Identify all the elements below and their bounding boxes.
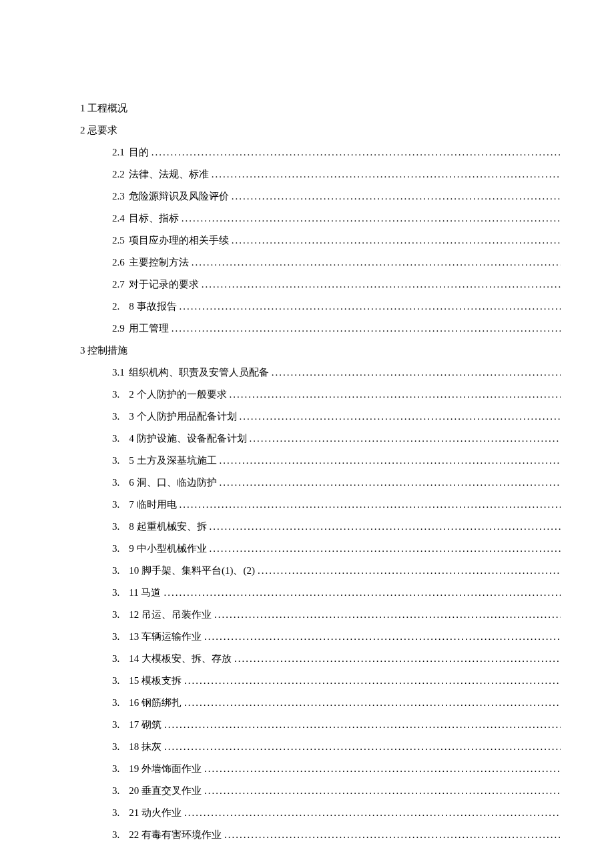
toc-entry-title: 8 起重机械安、拆 (129, 518, 206, 536)
toc-entry-number: 3. (112, 474, 129, 492)
toc-entry: 3.11 马道 (112, 584, 561, 602)
toc-entry: 2.3危险源辩识及风险评价 (112, 187, 561, 205)
toc-leader-dots (269, 364, 561, 382)
toc-entry: 3.17 砌筑 (112, 716, 561, 734)
toc-entry: 3.3 个人防护用品配备计划 (112, 408, 561, 426)
toc-leader-dots (177, 496, 561, 514)
toc-leader-dots (212, 606, 561, 624)
toc-entry: 3.8 起重机械安、拆 (112, 518, 561, 536)
toc-entry: 3.5 土方及深基坑施工 (112, 452, 561, 470)
toc-entry-number: 3. (112, 716, 129, 734)
toc-entry: 3.9 中小型机械作业 (112, 540, 561, 558)
toc-leader-dots (237, 408, 561, 426)
toc-entry-title: 11 马道 (129, 584, 161, 602)
toc-entry: 3.2 个人防护的一般要求 (112, 386, 561, 404)
toc-entry-title: 10 脚手架、集料平台(1)、(2) (129, 562, 255, 580)
toc-leader-dots (202, 628, 561, 646)
toc-entry: 2.4目标、指标 (112, 209, 561, 228)
toc-entry-title: 6 洞、口、临边防护 (129, 474, 216, 492)
toc-entry-title: 组织机构、职责及安管人员配备 (129, 364, 269, 382)
toc-entry: 2.2法律、法规、标准 (112, 165, 561, 183)
toc-entry-title: 用工管理 (129, 320, 169, 338)
toc-entry-number: 3. (112, 672, 129, 690)
toc-entry-title: 8 事故报告 (129, 298, 176, 316)
toc-entry-title: 目标、指标 (129, 209, 179, 228)
toc-entry-number: 3. (112, 584, 129, 602)
toc-entry-title: 项目应办理的相关手续 (129, 232, 229, 250)
toc-entry: 2.7对于记录的要求 (112, 276, 561, 294)
toc-entry-title: 法律、法规、标准 (129, 165, 209, 183)
toc-entry-number: 2. (112, 298, 129, 316)
toc-entry-number: 3. (112, 540, 129, 558)
toc-entry: 3.14 大模板安、拆、存放 (112, 650, 561, 668)
toc-leader-dots (202, 760, 561, 778)
toc-entry-title: 20 垂直交叉作业 (129, 782, 202, 800)
toc-entry: 3.10 脚手架、集料平台(1)、(2) (112, 562, 561, 580)
table-of-contents: 1 工程概况2 忌要求2.1目的2.2法律、法规、标准2.3危险源辩识及风险评价… (80, 99, 561, 844)
toc-entry-number: 3. (112, 694, 129, 712)
toc-leader-dots (229, 232, 561, 250)
toc-entry: 3.12 吊运、吊装作业 (112, 606, 561, 624)
toc-entry: 3.20 垂直交叉作业 (112, 782, 561, 800)
toc-entry-title: 22 有毒有害环境作业 (129, 826, 222, 844)
toc-entry: 3.18 抹灰 (112, 738, 561, 756)
toc-entry-number: 3. (112, 496, 129, 514)
toc-entry-number: 3. (112, 650, 129, 668)
toc-entry: 2.1目的 (112, 143, 561, 161)
toc-entry-title: 2 个人防护的一般要求 (129, 386, 226, 404)
toc-entry-number: 2.1 (112, 143, 129, 161)
toc-entry-number: 3. (112, 452, 129, 470)
toc-entry-title: 对于记录的要求 (129, 276, 199, 294)
toc-entry-title: 15 模板支拆 (129, 672, 182, 690)
toc-entry: 3.16 钢筋绑扎 (112, 694, 561, 712)
toc-leader-dots (199, 276, 561, 294)
toc-entry-title: 12 吊运、吊装作业 (129, 606, 212, 624)
toc-entry: 3.1组织机构、职责及安管人员配备 (112, 364, 561, 382)
toc-entry: 3.13 车辆运输作业 (112, 628, 561, 646)
toc-entry-title: 19 外墙饰面作业 (129, 760, 202, 778)
toc-entry-number: 3. (112, 628, 129, 646)
toc-entry-title: 9 中小型机械作业 (129, 540, 206, 558)
toc-entry-number: 3. (112, 430, 129, 448)
toc-entry: 3.6 洞、口、临边防护 (112, 474, 561, 492)
toc-entry-title: 4 防护设施、设备配备计划 (129, 430, 246, 448)
toc-leader-dots (247, 430, 561, 448)
toc-entry-title: 7 临时用电 (129, 496, 176, 514)
toc-leader-dots (232, 650, 561, 668)
toc-leader-dots (207, 540, 561, 558)
toc-leader-dots (227, 386, 561, 404)
toc-entry-title: 13 车辆运输作业 (129, 628, 202, 646)
toc-entry: 2.8 事故报告 (112, 298, 561, 316)
toc-entry-title: 17 砌筑 (129, 716, 162, 734)
toc-entry: 3.19 外墙饰面作业 (112, 760, 561, 778)
section-heading: 3 控制措施 (80, 342, 561, 360)
toc-entry-title: 主要控制方法 (129, 254, 189, 272)
toc-leader-dots (162, 716, 561, 734)
toc-entry: 3.7 临时用电 (112, 496, 561, 514)
toc-entry: 3.21 动火作业 (112, 804, 561, 822)
toc-entry-title: 16 钢筋绑扎 (129, 694, 182, 712)
toc-entry-number: 3. (112, 804, 129, 822)
toc-entry-number: 3. (112, 738, 129, 756)
toc-leader-dots (182, 804, 561, 822)
toc-entry-number: 3.1 (112, 364, 129, 382)
toc-entry-number: 2.6 (112, 254, 129, 272)
toc-leader-dots (179, 209, 561, 228)
toc-entry-title: 危险源辩识及风险评价 (129, 187, 229, 205)
toc-entry-number: 3. (112, 760, 129, 778)
toc-entry-number: 2.4 (112, 209, 129, 228)
toc-entry-title: 21 动火作业 (129, 804, 182, 822)
toc-leader-dots (162, 738, 561, 756)
toc-leader-dots (202, 782, 561, 800)
toc-entry: 3.22 有毒有害环境作业 (112, 826, 561, 844)
toc-leader-dots (149, 143, 561, 161)
toc-leader-dots (207, 518, 561, 536)
toc-entry-number: 3. (112, 408, 129, 426)
toc-leader-dots (177, 298, 561, 316)
toc-leader-dots (222, 826, 561, 844)
toc-entry-number: 2.7 (112, 276, 129, 294)
toc-leader-dots (229, 187, 561, 205)
toc-entry: 2.9用工管理 (112, 320, 561, 338)
toc-leader-dots (217, 474, 561, 492)
toc-entry-number: 3. (112, 386, 129, 404)
